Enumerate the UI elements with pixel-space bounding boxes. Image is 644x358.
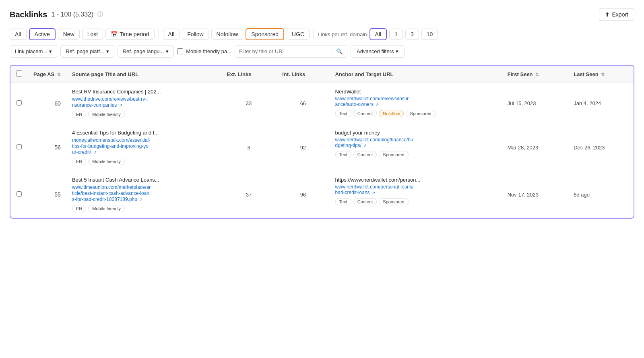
chevron-down-icon: ▾ (396, 48, 398, 54)
source-url-link[interactable]: www.thedrive.com/reviews/best-rv-insuran… (72, 96, 148, 108)
links-per-10[interactable]: 10 (421, 29, 438, 40)
table-row: 55 Best 5 Instant Cash Advance Loans... … (10, 171, 634, 218)
external-link-icon: ↗ (119, 103, 122, 108)
row-checkbox-cell (10, 83, 28, 124)
page-header: Backlinks 1 - 100 (5,332) ⓘ ⬆ Export (10, 8, 634, 21)
calendar-icon: 📅 (111, 31, 118, 37)
filter-lost[interactable]: Lost (82, 29, 103, 40)
last-seen-cell: Jan 4, 2024 (568, 83, 634, 124)
anchor-cell: budget your money www.nerdwallet.com/blo… (330, 124, 502, 171)
anchor-tag: Text (335, 110, 351, 117)
search-input[interactable] (235, 46, 332, 57)
row-checkbox[interactable] (17, 191, 22, 197)
first-seen-header[interactable]: First Seen ⇅ (502, 66, 568, 83)
backlinks-count: 1 - 100 (5,332) (51, 11, 93, 18)
filter-time-period[interactable]: 📅 Time period (105, 29, 154, 40)
sort-icon: ⇅ (57, 72, 61, 77)
mobile-friendly-checkbox-label[interactable]: Mobile friendly pa... (177, 48, 231, 54)
source-tag: Mobile friendly (88, 205, 125, 212)
page-as-header[interactable]: Page AS ⇅ (28, 66, 66, 83)
filter-all2[interactable]: All (163, 29, 180, 40)
anchor-title: https://www.nerdwallet.com/person... (335, 177, 496, 183)
page-as-cell: 56 (28, 124, 66, 171)
advanced-filters-button[interactable]: Advanced filters ▾ (351, 45, 405, 58)
last-seen-header[interactable]: Last Seen ⇅ (568, 66, 634, 83)
divider2 (314, 29, 314, 39)
links-per-all[interactable]: All (369, 28, 387, 40)
anchor-cell: https://www.nerdwallet.com/person... www… (330, 171, 502, 218)
int-links-header: Int. Links (277, 66, 329, 83)
select-all-header[interactable] (10, 66, 28, 83)
anchor-url-link[interactable]: www.nerdwallet.com/reviews/insurance/aut… (335, 96, 496, 107)
links-per-label: Links per ref. domain (318, 31, 367, 37)
export-icon: ⬆ (605, 11, 610, 18)
last-seen-cell: Dec 26, 2023 (568, 124, 634, 171)
link-placement-dropdown[interactable]: Link placem... ▾ (10, 45, 57, 58)
backlinks-table: Page AS ⇅ Source page Title and URL Ext.… (10, 66, 634, 218)
page-as-cell: 55 (28, 171, 66, 218)
anchor-title: NerdWallet (335, 89, 496, 95)
page-as-cell: 60 (28, 83, 66, 124)
chevron-down-icon: ▾ (106, 48, 109, 54)
source-url-link[interactable]: money.allwomenstalk.com/essential-tips-f… (72, 137, 151, 155)
source-tag: EN (72, 205, 86, 212)
info-icon[interactable]: ⓘ (97, 11, 103, 18)
table-row: 60 Best RV Insurance Companies | 202... … (10, 83, 634, 124)
int-links-cell: 96 (277, 171, 329, 218)
page-title: Backlinks (10, 10, 47, 19)
ext-links-header: Ext. Links (221, 66, 277, 83)
ext-links-cell: 3 (221, 124, 277, 171)
filter-new[interactable]: New (58, 29, 80, 40)
anchor-tags: TextContentSponsored (335, 198, 496, 205)
search-icon: 🔍 (336, 48, 343, 54)
last-seen-cell: 8d ago (568, 171, 634, 218)
source-page-header: Source page Title and URL (66, 66, 221, 83)
ref-page-language-dropdown[interactable]: Ref. page langu... ▾ (118, 45, 174, 58)
source-page-cell: Best RV Insurance Companies | 202... www… (66, 83, 221, 124)
search-box: 🔍 (235, 45, 347, 58)
row-checkbox-cell (10, 124, 28, 171)
nofollow-tag: Nofollow (379, 110, 404, 117)
filter-follow[interactable]: Follow (182, 29, 208, 40)
anchor-tag: Content (353, 110, 377, 117)
anchor-cell: NerdWallet www.nerdwallet.com/reviews/in… (330, 83, 502, 124)
links-per-1[interactable]: 1 (389, 29, 403, 40)
search-button[interactable]: 🔍 (332, 46, 347, 57)
anchor-url-link[interactable]: www.nerdwallet.com/blog/finance/budgetin… (335, 137, 496, 148)
source-page-cell: 4 Essential Tips for Budgeting and I... … (66, 124, 221, 171)
source-tag: Mobile friendly (88, 111, 125, 118)
anchor-title: budget your money (335, 130, 496, 136)
filter-row-2: Link placem... ▾ Ref. page platf... ▾ Re… (10, 45, 634, 58)
first-seen-cell: Jul 15, 2023 (502, 83, 568, 124)
anchor-tag: Content (353, 198, 377, 205)
export-button[interactable]: ⬆ Export (599, 8, 634, 21)
filter-sponsored[interactable]: Sponsored (246, 28, 284, 40)
source-title: Best RV Insurance Companies | 202... (72, 89, 215, 95)
anchor-url-link[interactable]: www.nerdwallet.com/personal-loans/bad-cr… (335, 184, 496, 195)
anchor-target-header: Anchor and Target URL (330, 66, 502, 83)
source-title: Best 5 Instant Cash Advance Loans... (72, 177, 215, 183)
table-row: 56 4 Essential Tips for Budgeting and I.… (10, 124, 634, 171)
source-url-link[interactable]: www.timesunion.com/marketplace/article/b… (72, 184, 151, 202)
links-per-3[interactable]: 3 (405, 29, 419, 40)
external-link-icon: ↗ (139, 197, 142, 202)
external-link-icon: ↗ (376, 102, 379, 107)
anchor-tag: Sponsored (379, 198, 408, 205)
mobile-friendly-checkbox[interactable] (177, 48, 183, 54)
filter-ugc[interactable]: UGC (287, 29, 310, 40)
ref-page-platform-dropdown[interactable]: Ref. page platf... ▾ (60, 45, 114, 58)
int-links-cell: 66 (277, 83, 329, 124)
int-links-cell: 92 (277, 124, 329, 171)
filter-all[interactable]: All (10, 29, 27, 40)
filter-active[interactable]: Active (29, 28, 56, 40)
backlinks-table-container: Page AS ⇅ Source page Title and URL Ext.… (10, 65, 634, 219)
source-tags: ENMobile friendly (72, 205, 215, 212)
source-tag: EN (72, 111, 86, 118)
source-page-cell: Best 5 Instant Cash Advance Loans... www… (66, 171, 221, 218)
sort-icon: ⇅ (535, 72, 539, 77)
row-checkbox[interactable] (17, 144, 22, 149)
select-all-checkbox[interactable] (16, 70, 22, 77)
external-link-icon: ↗ (363, 143, 367, 148)
filter-nofollow[interactable]: Nofollow (211, 29, 244, 40)
row-checkbox[interactable] (17, 100, 22, 106)
